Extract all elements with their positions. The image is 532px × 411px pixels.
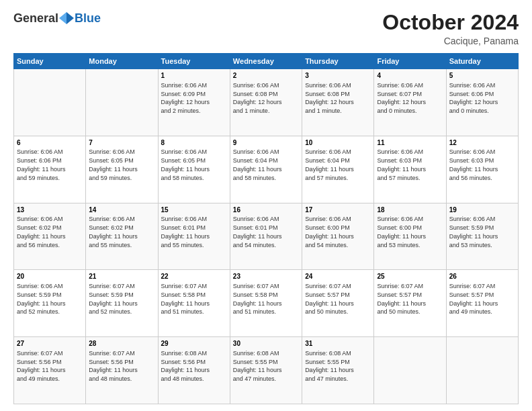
calendar-cell: 26Sunrise: 6:07 AM Sunset: 5:57 PM Dayli…: [446, 270, 518, 337]
page: General Blue October 2024 Cacique, Panam…: [0, 0, 532, 411]
calendar-cell: 8Sunrise: 6:06 AM Sunset: 6:05 PM Daylig…: [158, 136, 230, 203]
calendar-cell: 29Sunrise: 6:08 AM Sunset: 5:56 PM Dayli…: [158, 337, 230, 404]
logo-blue: Blue: [75, 11, 101, 26]
calendar-cell: 4Sunrise: 6:06 AM Sunset: 6:07 PM Daylig…: [374, 69, 446, 136]
weekday-header-sunday: Sunday: [14, 54, 86, 69]
weekday-header-saturday: Saturday: [446, 54, 518, 69]
month-title: October 2024: [382, 11, 519, 34]
day-number: 5: [449, 71, 515, 81]
day-info: Sunrise: 6:06 AM Sunset: 6:00 PM Dayligh…: [377, 216, 426, 248]
day-info: Sunrise: 6:06 AM Sunset: 6:06 PM Dayligh…: [449, 82, 498, 114]
day-info: Sunrise: 6:06 AM Sunset: 6:07 PM Dayligh…: [377, 82, 426, 114]
day-number: 3: [305, 71, 371, 81]
day-info: Sunrise: 6:07 AM Sunset: 5:56 PM Dayligh…: [17, 350, 66, 382]
day-info: Sunrise: 6:06 AM Sunset: 6:08 PM Dayligh…: [305, 82, 354, 114]
header: General Blue October 2024 Cacique, Panam…: [13, 11, 519, 46]
calendar-cell: 24Sunrise: 6:07 AM Sunset: 5:57 PM Dayli…: [302, 270, 374, 337]
day-number: 4: [377, 71, 443, 81]
calendar-cell: 25Sunrise: 6:07 AM Sunset: 5:57 PM Dayli…: [374, 270, 446, 337]
calendar-cell: [14, 69, 86, 136]
calendar-cell: 30Sunrise: 6:08 AM Sunset: 5:55 PM Dayli…: [230, 337, 302, 404]
calendar-cell: [446, 337, 518, 404]
day-number: 28: [89, 339, 154, 349]
day-number: 26: [449, 272, 515, 281]
logo-flag-icon: [59, 11, 74, 26]
day-info: Sunrise: 6:08 AM Sunset: 5:55 PM Dayligh…: [233, 350, 282, 382]
day-number: 21: [89, 272, 154, 281]
svg-marker-0: [66, 12, 74, 24]
weekday-header-tuesday: Tuesday: [158, 54, 230, 69]
calendar-cell: 14Sunrise: 6:06 AM Sunset: 6:02 PM Dayli…: [86, 203, 158, 270]
week-row-0: 1Sunrise: 6:06 AM Sunset: 6:09 PM Daylig…: [14, 69, 519, 136]
location: Cacique, Panama: [382, 36, 519, 46]
day-number: 18: [377, 205, 443, 215]
day-info: Sunrise: 6:06 AM Sunset: 6:05 PM Dayligh…: [89, 148, 138, 181]
logo-general: General: [13, 11, 58, 26]
day-info: Sunrise: 6:06 AM Sunset: 6:00 PM Dayligh…: [305, 216, 354, 248]
day-number: 2: [233, 71, 299, 81]
day-number: 7: [89, 138, 154, 148]
day-info: Sunrise: 6:07 AM Sunset: 5:58 PM Dayligh…: [233, 283, 282, 315]
weekday-header-friday: Friday: [374, 54, 446, 69]
day-number: 6: [17, 138, 83, 148]
day-number: 16: [233, 205, 299, 215]
week-row-1: 6Sunrise: 6:06 AM Sunset: 6:06 PM Daylig…: [14, 136, 519, 203]
day-number: 24: [305, 272, 371, 281]
day-number: 9: [233, 138, 299, 148]
day-info: Sunrise: 6:06 AM Sunset: 6:02 PM Dayligh…: [89, 216, 138, 248]
day-info: Sunrise: 6:06 AM Sunset: 6:02 PM Dayligh…: [17, 216, 66, 248]
calendar-cell: 16Sunrise: 6:06 AM Sunset: 6:01 PM Dayli…: [230, 203, 302, 270]
day-number: 29: [161, 339, 227, 349]
calendar-cell: 1Sunrise: 6:06 AM Sunset: 6:09 PM Daylig…: [158, 69, 230, 136]
day-number: 27: [17, 339, 83, 349]
weekday-header-row: SundayMondayTuesdayWednesdayThursdayFrid…: [14, 54, 519, 69]
day-info: Sunrise: 6:06 AM Sunset: 6:03 PM Dayligh…: [377, 148, 426, 181]
day-number: 20: [17, 272, 83, 281]
logo: General Blue: [13, 11, 101, 26]
day-info: Sunrise: 6:07 AM Sunset: 5:56 PM Dayligh…: [89, 350, 138, 382]
day-number: 15: [161, 205, 227, 215]
calendar-cell: 28Sunrise: 6:07 AM Sunset: 5:56 PM Dayli…: [86, 337, 158, 404]
day-number: 30: [233, 339, 299, 349]
calendar-body: 1Sunrise: 6:06 AM Sunset: 6:09 PM Daylig…: [14, 69, 519, 404]
weekday-header-wednesday: Wednesday: [230, 54, 302, 69]
day-number: 14: [89, 205, 154, 215]
svg-marker-1: [59, 12, 66, 24]
day-number: 1: [161, 71, 227, 81]
day-number: 10: [305, 138, 371, 148]
week-row-3: 20Sunrise: 6:06 AM Sunset: 5:59 PM Dayli…: [14, 270, 519, 337]
calendar-cell: 13Sunrise: 6:06 AM Sunset: 6:02 PM Dayli…: [14, 203, 86, 270]
day-info: Sunrise: 6:07 AM Sunset: 5:57 PM Dayligh…: [305, 283, 354, 315]
day-number: 11: [377, 138, 443, 148]
calendar-cell: 6Sunrise: 6:06 AM Sunset: 6:06 PM Daylig…: [14, 136, 86, 203]
calendar-cell: 18Sunrise: 6:06 AM Sunset: 6:00 PM Dayli…: [374, 203, 446, 270]
calendar-cell: 20Sunrise: 6:06 AM Sunset: 5:59 PM Dayli…: [14, 270, 86, 337]
day-number: 8: [161, 138, 227, 148]
day-info: Sunrise: 6:06 AM Sunset: 6:04 PM Dayligh…: [233, 148, 282, 181]
calendar-cell: 27Sunrise: 6:07 AM Sunset: 5:56 PM Dayli…: [14, 337, 86, 404]
calendar-cell: 9Sunrise: 6:06 AM Sunset: 6:04 PM Daylig…: [230, 136, 302, 203]
calendar-cell: 15Sunrise: 6:06 AM Sunset: 6:01 PM Dayli…: [158, 203, 230, 270]
calendar-cell: 31Sunrise: 6:08 AM Sunset: 5:55 PM Dayli…: [302, 337, 374, 404]
day-info: Sunrise: 6:06 AM Sunset: 6:08 PM Dayligh…: [233, 82, 282, 114]
day-info: Sunrise: 6:06 AM Sunset: 6:01 PM Dayligh…: [233, 216, 282, 248]
week-row-4: 27Sunrise: 6:07 AM Sunset: 5:56 PM Dayli…: [14, 337, 519, 404]
day-info: Sunrise: 6:06 AM Sunset: 6:05 PM Dayligh…: [161, 148, 210, 181]
calendar-cell: 21Sunrise: 6:07 AM Sunset: 5:59 PM Dayli…: [86, 270, 158, 337]
day-number: 31: [305, 339, 371, 349]
day-info: Sunrise: 6:06 AM Sunset: 6:03 PM Dayligh…: [449, 148, 498, 181]
calendar-cell: 17Sunrise: 6:06 AM Sunset: 6:00 PM Dayli…: [302, 203, 374, 270]
day-info: Sunrise: 6:08 AM Sunset: 5:56 PM Dayligh…: [161, 350, 210, 382]
day-info: Sunrise: 6:06 AM Sunset: 6:04 PM Dayligh…: [305, 148, 354, 181]
calendar-cell: 5Sunrise: 6:06 AM Sunset: 6:06 PM Daylig…: [446, 69, 518, 136]
calendar-cell: 19Sunrise: 6:06 AM Sunset: 5:59 PM Dayli…: [446, 203, 518, 270]
day-info: Sunrise: 6:07 AM Sunset: 5:59 PM Dayligh…: [89, 283, 138, 315]
week-row-2: 13Sunrise: 6:06 AM Sunset: 6:02 PM Dayli…: [14, 203, 519, 270]
calendar-cell: 7Sunrise: 6:06 AM Sunset: 6:05 PM Daylig…: [86, 136, 158, 203]
day-info: Sunrise: 6:06 AM Sunset: 5:59 PM Dayligh…: [17, 283, 66, 315]
calendar-cell: 11Sunrise: 6:06 AM Sunset: 6:03 PM Dayli…: [374, 136, 446, 203]
calendar-cell: 2Sunrise: 6:06 AM Sunset: 6:08 PM Daylig…: [230, 69, 302, 136]
day-info: Sunrise: 6:06 AM Sunset: 6:06 PM Dayligh…: [17, 148, 66, 181]
calendar-cell: 3Sunrise: 6:06 AM Sunset: 6:08 PM Daylig…: [302, 69, 374, 136]
day-info: Sunrise: 6:06 AM Sunset: 5:59 PM Dayligh…: [449, 216, 498, 248]
